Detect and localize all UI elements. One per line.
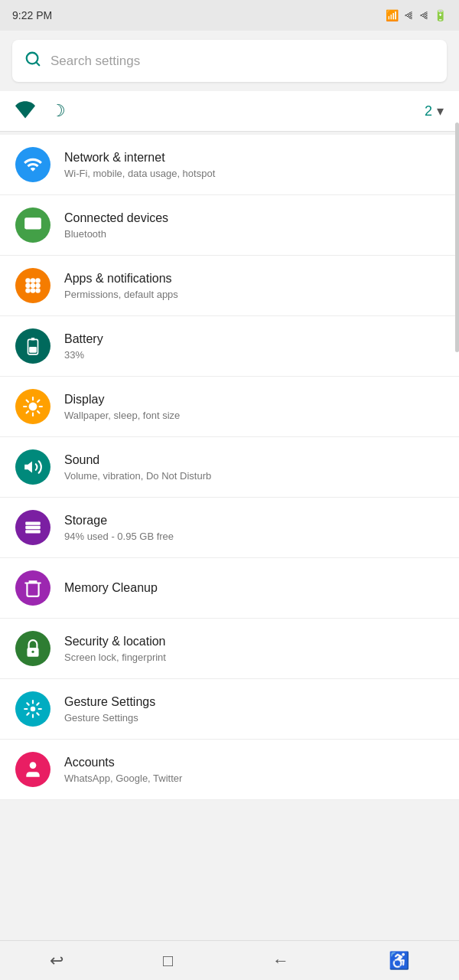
battery-icon: 🔋: [434, 9, 447, 21]
item-text: Security & locationScreen lock, fingerpr…: [64, 634, 444, 663]
settings-item-display[interactable]: DisplayWallpaper, sleep, font size: [0, 377, 459, 437]
item-text: Apps & notificationsPermissions, default…: [64, 271, 444, 300]
item-text: DisplayWallpaper, sleep, font size: [64, 392, 444, 421]
status-icons: 📶 ⫷ ⫷ 🔋: [386, 9, 447, 21]
item-text: Battery33%: [64, 332, 444, 361]
settings-item-security-location[interactable]: Security & locationScreen lock, fingerpr…: [0, 619, 459, 679]
settings-item-sound[interactable]: SoundVolume, vibration, Do Not Disturb: [0, 437, 459, 498]
svg-point-15: [29, 403, 37, 411]
svg-point-11: [35, 288, 41, 293]
svg-point-6: [25, 283, 31, 289]
item-title: Accounts: [64, 755, 444, 771]
settings-list: Network & internetWi-Fi, mobile, data us…: [0, 135, 459, 800]
item-title: Display: [64, 392, 444, 408]
item-text: Storage94% used - 0.95 GB free: [64, 513, 444, 542]
signal-icon2: ⫷: [418, 9, 429, 21]
settings-item-network-internet[interactable]: Network & internetWi-Fi, mobile, data us…: [0, 135, 459, 195]
quick-bar: ☽ 2 ▾: [0, 91, 459, 132]
search-bar[interactable]: Search settings: [12, 40, 447, 82]
network-internet-icon: [15, 147, 50, 182]
storage-icon: [15, 510, 50, 545]
memory-cleanup-icon: [15, 570, 50, 606]
svg-point-3: [25, 278, 31, 283]
battery-icon: [15, 328, 50, 364]
item-subtitle: Wi-Fi, mobile, data usage, hotspot: [64, 168, 444, 179]
accounts-icon: [15, 752, 50, 787]
display-icon: [15, 389, 50, 424]
item-title: Gesture Settings: [64, 694, 444, 710]
signal-icon: ⫷: [403, 9, 414, 21]
wifi-quick-icon[interactable]: [15, 99, 35, 123]
item-subtitle: Gesture Settings: [64, 712, 444, 724]
settings-item-gesture-settings[interactable]: Gesture SettingsGesture Settings: [0, 679, 459, 740]
sound-icon: [15, 449, 50, 485]
item-subtitle: WhatsApp, Google, Twitter: [64, 773, 444, 784]
settings-item-apps-notifications[interactable]: Apps & notificationsPermissions, default…: [0, 256, 459, 316]
item-text: Memory Cleanup: [64, 580, 444, 596]
settings-item-storage[interactable]: Storage94% used - 0.95 GB free: [0, 498, 459, 558]
svg-point-5: [35, 278, 41, 283]
item-text: Gesture SettingsGesture Settings: [64, 694, 444, 724]
connected-devices-icon: [15, 207, 50, 243]
item-title: Memory Cleanup: [64, 580, 444, 596]
item-title: Battery: [64, 332, 444, 348]
svg-rect-17: [25, 521, 41, 524]
item-subtitle: Permissions, default apps: [64, 289, 444, 300]
svg-point-10: [31, 288, 36, 293]
svg-rect-13: [31, 338, 34, 340]
svg-point-22: [31, 707, 36, 712]
nav-recent-button[interactable]: ←: [254, 945, 308, 977]
gesture-settings-icon: [15, 691, 50, 727]
svg-point-21: [31, 651, 34, 653]
item-text: Network & internetWi-Fi, mobile, data us…: [64, 150, 444, 179]
svg-line-1: [36, 62, 39, 65]
settings-item-accounts[interactable]: AccountsWhatsApp, Google, Twitter: [0, 740, 459, 800]
wifi-icon: 📶: [386, 9, 399, 21]
item-subtitle: Bluetooth: [64, 228, 444, 240]
nav-home-button[interactable]: □: [145, 945, 191, 977]
item-text: AccountsWhatsApp, Google, Twitter: [64, 755, 444, 784]
apps-notifications-icon: [15, 268, 50, 303]
scrollbar[interactable]: [455, 122, 459, 352]
search-placeholder: Search settings: [50, 54, 435, 69]
svg-point-8: [35, 283, 41, 289]
item-text: SoundVolume, vibration, Do Not Disturb: [64, 452, 444, 482]
item-title: Sound: [64, 452, 444, 469]
item-subtitle: 33%: [64, 349, 444, 361]
status-time: 9:22 PM: [12, 9, 52, 21]
moon-icon[interactable]: ☽: [50, 101, 66, 121]
svg-rect-14: [29, 347, 37, 353]
svg-rect-18: [25, 526, 41, 529]
item-title: Storage: [64, 513, 444, 529]
item-title: Network & internet: [64, 150, 444, 166]
svg-point-4: [31, 278, 36, 283]
quick-bar-right: 2 ▾: [425, 103, 444, 119]
notification-count: 2: [425, 103, 432, 119]
item-title: Apps & notifications: [64, 271, 444, 287]
settings-item-memory-cleanup[interactable]: Memory Cleanup: [0, 558, 459, 619]
item-title: Connected devices: [64, 211, 444, 227]
settings-item-connected-devices[interactable]: Connected devicesBluetooth: [0, 195, 459, 256]
svg-rect-19: [25, 530, 41, 533]
chevron-down-icon[interactable]: ▾: [437, 103, 444, 119]
search-icon: [24, 51, 41, 71]
svg-point-23: [30, 762, 37, 769]
item-subtitle: Volume, vibration, Do Not Disturb: [64, 470, 444, 482]
settings-item-battery[interactable]: Battery33%: [0, 316, 459, 377]
item-subtitle: 94% used - 0.95 GB free: [64, 531, 444, 542]
security-location-icon: [15, 631, 50, 666]
nav-back-button[interactable]: ↩: [31, 945, 82, 977]
nav-assist-button[interactable]: ♿: [370, 945, 428, 977]
bottom-nav: ↩ □ ← ♿: [0, 940, 459, 980]
item-title: Security & location: [64, 634, 444, 650]
svg-point-7: [31, 283, 36, 289]
status-bar: 9:22 PM 📶 ⫷ ⫷ 🔋: [0, 0, 459, 31]
svg-point-9: [25, 288, 31, 293]
item-subtitle: Screen lock, fingerprint: [64, 652, 444, 663]
item-subtitle: Wallpaper, sleep, font size: [64, 410, 444, 421]
svg-rect-2: [24, 217, 41, 229]
svg-marker-16: [24, 461, 32, 472]
item-text: Connected devicesBluetooth: [64, 211, 444, 240]
